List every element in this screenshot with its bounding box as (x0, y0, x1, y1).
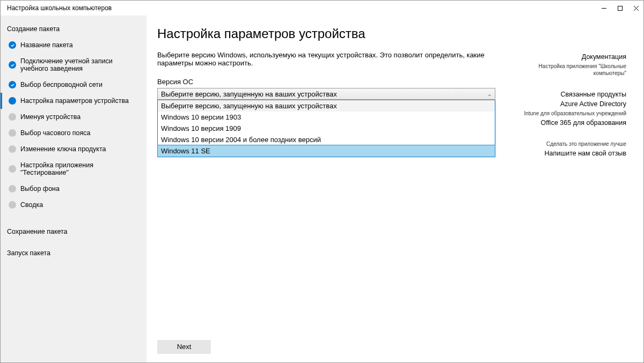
dropdown-option-2[interactable]: Windows 10 версия 1909 (158, 123, 495, 134)
right-pane: Документация Настройка приложения "Школь… (522, 26, 630, 357)
sidebar-step-7[interactable]: Настройка приложения "Тестирование" (1, 157, 147, 181)
sidebar-step-label: Сводка (20, 201, 43, 209)
os-version-dropdown: Выберите версию, запущенную на ваших уст… (157, 100, 495, 157)
chevron-down-icon: ⌄ (487, 91, 492, 97)
check-icon (9, 41, 16, 49)
dropdown-option-3[interactable]: Windows 10 версии 2004 и более поздних в… (158, 134, 495, 145)
page-description: Выберите версию Windows, используемую на… (157, 51, 522, 67)
app-window: Настройка школьных компьютеров Создание … (0, 0, 644, 363)
sidebar: Создание пакета Название пакетаПодключен… (1, 16, 147, 362)
check-icon (9, 61, 16, 69)
sidebar-step-6[interactable]: Изменение ключа продукта (1, 141, 147, 157)
sidebar-step-label: Подключение учетной записи учебного заве… (20, 57, 140, 72)
sidebar-step-9[interactable]: Сводка (1, 197, 147, 213)
sidebar-step-5[interactable]: Выбор часового пояса (1, 125, 147, 141)
sidebar-step-label: Выбор беспроводной сети (20, 81, 103, 88)
sidebar-step-label: Название пакета (20, 41, 73, 49)
svg-rect-1 (618, 6, 622, 10)
dropdown-option-0[interactable]: Выберите версию, запущенную на ваших уст… (158, 100, 495, 112)
step-dot-icon (9, 145, 16, 153)
check-icon (9, 81, 16, 88)
sidebar-section-save: Сохранение пакета (1, 224, 147, 240)
dropdown-option-1[interactable]: Windows 10 версии 1903 (158, 112, 495, 123)
select-current-value: Выберите версию, запущенную на ваших уст… (161, 90, 337, 98)
dropdown-option-4[interactable]: Windows 11 SE (157, 145, 495, 157)
sidebar-step-label: Настройка приложения "Тестирование" (20, 161, 140, 176)
os-version-label: Версия ОС (157, 78, 522, 86)
sidebar-section-run: Запуск пакета (1, 245, 147, 261)
sidebar-step-label: Выбор фона (20, 185, 60, 192)
related-link-intune[interactable]: Intune для образовательных учреждений (522, 110, 626, 117)
doc-link[interactable]: Настройка приложения "Школьные компьютер… (522, 63, 626, 77)
sidebar-step-2[interactable]: Выбор беспроводной сети (1, 77, 147, 93)
sidebar-step-1[interactable]: Подключение учетной записи учебного заве… (1, 53, 147, 77)
titlebar: Настройка школьных компьютеров (1, 1, 643, 16)
main-content: Настройка параметров устройства Выберите… (147, 16, 643, 362)
sidebar-step-label: Настройка параметров устройства (20, 97, 129, 105)
step-dot-icon (9, 113, 16, 121)
maximize-button[interactable] (617, 5, 623, 11)
sidebar-section-create: Создание пакета (1, 21, 147, 37)
next-button[interactable]: Next (157, 340, 211, 354)
window-title: Настройка школьных компьютеров (7, 4, 112, 12)
related-link-aad[interactable]: Azure Active Directory (522, 100, 626, 108)
sidebar-step-3[interactable]: Настройка параметров устройства (1, 93, 147, 109)
related-link-office365[interactable]: Office 365 для образования (522, 119, 626, 127)
sidebar-step-label: Именуя устройства (20, 113, 80, 121)
page-title: Настройка параметров устройства (157, 26, 522, 41)
step-dot-icon (9, 165, 16, 173)
step-dot-icon (9, 129, 16, 137)
step-dot-icon (9, 97, 16, 105)
window-controls (601, 5, 639, 11)
os-version-select[interactable]: Выберите версию, запущенную на ваших уст… (157, 88, 495, 100)
related-heading: Связанные продукты (522, 91, 626, 98)
close-button[interactable] (633, 5, 639, 11)
minimize-button[interactable] (601, 5, 607, 11)
feedback-heading: Сделать это приложение лучше (522, 140, 626, 147)
step-dot-icon (9, 185, 16, 192)
sidebar-step-label: Выбор часового пояса (20, 129, 91, 137)
feedback-link[interactable]: Напишите нам свой отзыв (522, 150, 626, 157)
sidebar-step-8[interactable]: Выбор фона (1, 181, 147, 197)
step-dot-icon (9, 201, 16, 209)
doc-heading: Документация (522, 53, 626, 61)
sidebar-step-0[interactable]: Название пакета (1, 37, 147, 53)
app-body: Создание пакета Название пакетаПодключен… (1, 16, 643, 362)
sidebar-step-label: Изменение ключа продукта (20, 145, 106, 153)
sidebar-step-4[interactable]: Именуя устройства (1, 109, 147, 125)
